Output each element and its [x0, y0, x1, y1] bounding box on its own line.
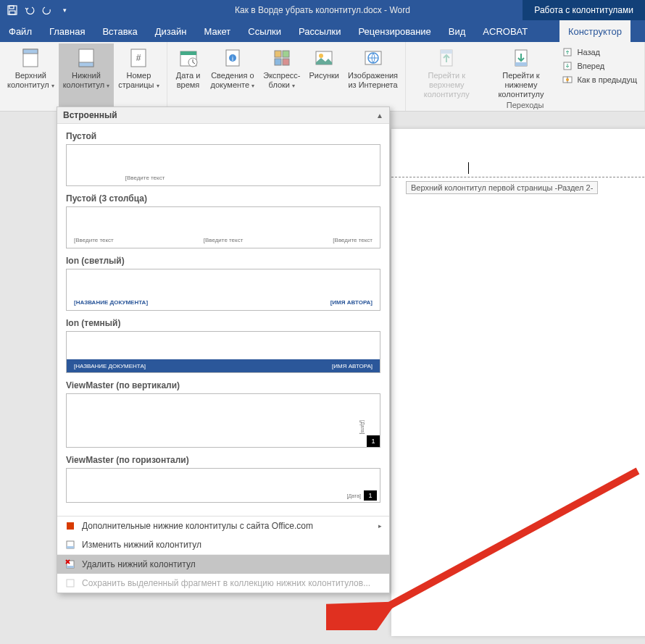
goto-header-button: Перейти к верхнемуколонтитулу	[409, 43, 484, 100]
goto-header-icon	[435, 46, 458, 70]
gallery-item-vm-horizontal[interactable]: ViewMaster (по горизонтали) [Дата] 1	[63, 455, 383, 503]
context-tab-label: Работа с колонтитулами	[523, 0, 645, 20]
date-time-button[interactable]: Дата ивремя	[170, 43, 207, 111]
gallery-header: Встроенный ▲	[57, 107, 389, 124]
link-previous-icon	[562, 74, 573, 85]
forward-icon	[562, 60, 573, 72]
tab-constructor[interactable]: Конструктор	[559, 20, 631, 42]
svg-rect-2	[9, 11, 15, 14]
quick-parts-button[interactable]: Экспресс-блоки ▾	[259, 43, 304, 111]
svg-rect-4	[23, 49, 38, 54]
office-icon	[64, 520, 76, 532]
tab-mailings[interactable]: Рассылки	[290, 20, 349, 42]
tab-acrobat[interactable]: ACROBAT	[474, 20, 536, 42]
svg-rect-24	[441, 50, 452, 54]
header-boundary	[391, 177, 645, 177]
save-icon[interactable]	[4, 2, 20, 18]
remove-footer[interactable]: Удалить нижний колонтитул	[57, 554, 389, 574]
svg-rect-16	[283, 51, 289, 57]
edit-footer-icon	[64, 539, 76, 551]
svg-rect-17	[275, 59, 281, 65]
header-section-tag: Верхний колонтитул первой страницы -Разд…	[406, 181, 598, 194]
tab-view[interactable]: Вид	[440, 20, 475, 42]
svg-rect-1	[9, 6, 14, 9]
tab-references[interactable]: Ссылки	[239, 20, 290, 42]
svg-text:i: i	[232, 55, 233, 62]
svg-rect-18	[283, 59, 289, 65]
gallery-body[interactable]: Пустой [Введите текст Пустой (3 столбца)…	[57, 124, 389, 516]
svg-point-20	[319, 54, 323, 58]
nav-group-label: Переходы	[409, 100, 641, 111]
svg-rect-34	[67, 546, 74, 548]
save-selection-icon	[64, 577, 76, 589]
svg-text:#: #	[136, 53, 141, 63]
tab-review[interactable]: Рецензирование	[349, 20, 439, 42]
edit-footer[interactable]: Изменить нижний колонтитул	[57, 535, 389, 554]
svg-rect-10	[180, 51, 196, 55]
svg-rect-37	[67, 580, 74, 587]
doc-info-icon: i	[221, 46, 244, 70]
remove-footer-icon	[64, 559, 76, 570]
svg-rect-32	[67, 522, 74, 530]
online-picture-icon	[362, 46, 385, 70]
chevron-right-icon: ▸	[378, 522, 382, 530]
nav-back-button[interactable]: Назад	[562, 46, 637, 58]
calendar-icon	[177, 46, 200, 70]
page-number-button[interactable]: # Номерстраницы ▾	[114, 43, 163, 111]
nav-forward-button[interactable]: Вперед	[562, 60, 637, 72]
footer-gallery-dropdown: Встроенный ▲ Пустой [Введите текст Пусто…	[57, 106, 390, 593]
tab-file[interactable]: Файл	[0, 20, 41, 42]
save-selection-footer: Сохранить выделенный фрагмент в коллекци…	[57, 574, 389, 593]
header-button[interactable]: Верхнийколонтитул ▾	[3, 43, 59, 111]
online-pictures-button[interactable]: Изображенияиз Интернета	[344, 43, 402, 111]
tab-insert[interactable]: Вставка	[93, 20, 146, 42]
svg-point-31	[566, 78, 569, 81]
gallery-item-ion-light[interactable]: Ion (светлый) [НАЗВАНИЕ ДОКУМЕНТА] [ИМЯ …	[63, 256, 383, 311]
gallery-footer: Дополнительные нижние колонтитулы с сайт…	[57, 516, 389, 593]
quick-parts-icon	[270, 46, 294, 70]
footer-button[interactable]: Нижнийколонтитул ▾	[59, 43, 115, 111]
doc-info-button[interactable]: i Сведения одокументе ▾	[207, 43, 259, 111]
gallery-item-blank[interactable]: Пустой [Введите текст	[63, 131, 383, 186]
link-previous-button[interactable]: Как в предыдущ	[562, 74, 637, 85]
tab-design[interactable]: Дизайн	[146, 20, 196, 42]
quick-access-toolbar: ▾	[0, 2, 72, 18]
tab-home[interactable]: Главная	[41, 20, 93, 42]
more-footers-online[interactable]: Дополнительные нижние колонтитулы с сайт…	[57, 517, 389, 535]
tab-layout[interactable]: Макет	[195, 20, 239, 42]
title-bar: ▾ Как в Ворде убрать колонтитул.docx - W…	[0, 0, 645, 20]
undo-icon[interactable]	[22, 2, 38, 18]
picture-icon	[312, 46, 336, 70]
gallery-item-ion-dark[interactable]: Ion (темный) [НАЗВАНИЕ ДОКУМЕНТА] [ИМЯ А…	[63, 318, 383, 373]
back-icon	[562, 46, 573, 58]
qat-customize-icon[interactable]: ▾	[57, 2, 72, 18]
goto-footer-icon	[509, 46, 533, 70]
svg-rect-36	[67, 566, 74, 568]
pictures-button[interactable]: Рисунки	[304, 43, 344, 111]
footer-icon	[75, 46, 98, 70]
svg-rect-6	[79, 62, 93, 67]
redo-icon[interactable]	[39, 2, 55, 18]
svg-rect-26	[515, 62, 527, 66]
goto-footer-button[interactable]: Перейти к нижнемуколонтитулу	[484, 43, 557, 100]
header-icon	[19, 46, 42, 70]
gallery-item-vm-vertical[interactable]: ViewMaster (по вертикали) [Дата] 1	[63, 380, 383, 448]
page-number-icon: #	[127, 46, 150, 70]
ribbon-tabs: Файл Главная Вставка Дизайн Макет Ссылки…	[0, 20, 645, 42]
svg-rect-15	[275, 51, 281, 57]
scroll-up-icon[interactable]: ▲	[376, 112, 383, 120]
text-cursor	[468, 162, 469, 174]
page[interactable]: Верхний колонтитул первой страницы -Разд…	[391, 129, 645, 636]
gallery-item-blank3[interactable]: Пустой (3 столбца) [Введите текст [Введи…	[63, 193, 383, 248]
ribbon: Верхнийколонтитул ▾ Нижнийколонтитул ▾ #…	[0, 42, 645, 112]
